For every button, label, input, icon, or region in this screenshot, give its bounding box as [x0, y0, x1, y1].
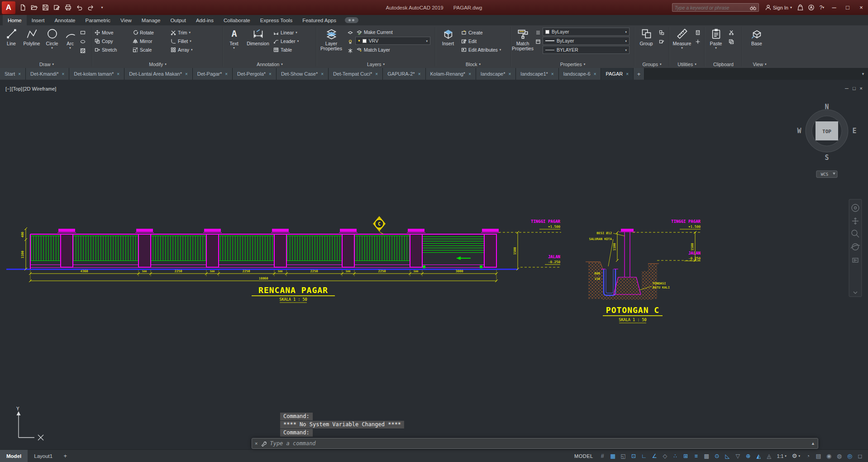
panel-label-utilities[interactable]: Utilities▾ — [670, 60, 704, 68]
file-tab-det-lantai-area-makan[interactable]: Det-Lantai Area Makan* × — [124, 68, 193, 80]
search-binoculars-icon[interactable] — [750, 5, 756, 10]
move-tool[interactable]: Move — [93, 28, 131, 37]
layer-dropdown-caret[interactable]: ▾ — [426, 39, 428, 43]
trim-caret[interactable]: ▾ — [189, 31, 191, 34]
panel-label-draw[interactable]: Draw▾ — [2, 60, 91, 68]
ribbon-tab-add-ins[interactable]: Add-ins — [191, 15, 219, 25]
new-drawing-tab-button[interactable]: + — [634, 68, 644, 80]
search-box[interactable] — [672, 3, 759, 12]
drawing-close-icon[interactable]: × — [860, 86, 863, 91]
mirror-tool[interactable]: Mirror — [131, 37, 169, 45]
plot-button[interactable] — [63, 3, 73, 13]
linear-dimension-tool[interactable]: Linear▾ — [272, 28, 314, 37]
status-toggle-clean-screen[interactable]: ◻ — [855, 451, 865, 461]
properties-palette-icon[interactable] — [534, 38, 542, 45]
create-block-tool[interactable]: Create — [460, 28, 507, 37]
file-tab-close-icon[interactable]: × — [626, 72, 629, 77]
section-callout-c[interactable]: C — [373, 216, 386, 234]
match-layer-button[interactable]: Match Layer — [355, 46, 431, 53]
layer-color-swatch[interactable] — [362, 39, 367, 43]
status-toggle-selection-filtering[interactable]: ▽ — [733, 451, 743, 461]
command-close-icon[interactable]: × — [255, 441, 258, 446]
circle-tool[interactable]: Circle ▾ — [43, 25, 62, 60]
status-toggle-ortho-mode[interactable]: ∟ — [639, 451, 649, 461]
recent-commands-icon[interactable]: ▲ — [811, 441, 815, 446]
file-tab-landscape1[interactable]: landscape1* × — [516, 68, 558, 80]
ribbon-tab-output[interactable]: Output — [165, 15, 191, 25]
status-toggle-autoscale[interactable]: ◬ — [764, 451, 774, 461]
panel-label-layers[interactable]: Layers▾ — [317, 60, 434, 68]
application-menu-button[interactable]: A — [2, 1, 15, 14]
file-tab-det-show-case[interactable]: Det-Show Case* × — [277, 68, 329, 80]
file-tab-close-icon[interactable]: × — [551, 72, 554, 77]
maximize-button[interactable]: □ — [841, 0, 854, 15]
gate-leaf[interactable] — [422, 236, 484, 254]
group-tool[interactable]: Group — [635, 25, 657, 60]
drawing-restore-icon[interactable]: □ — [853, 86, 856, 91]
file-tab-close-icon[interactable]: × — [594, 72, 596, 77]
layer-freeze-icon[interactable] — [346, 47, 354, 54]
array-tool[interactable]: Array▾ — [169, 45, 215, 54]
new-file-button[interactable] — [18, 3, 28, 13]
save-as-button[interactable] — [52, 3, 62, 13]
search-input[interactable] — [675, 5, 750, 10]
lineweight-dropdown[interactable]: ByLayer ▾ — [543, 37, 630, 45]
hatch-tool[interactable] — [79, 47, 87, 54]
table-tool[interactable]: Table — [272, 45, 314, 54]
edit-block-tool[interactable]: Edit — [460, 37, 507, 45]
model-space[interactable]: 4360 500 2250 500 2250 500 2250 500 2250… — [0, 80, 868, 449]
measure-tool[interactable]: Measure ▾ — [670, 25, 694, 60]
status-toggle-grid-display[interactable]: # — [598, 451, 607, 461]
wcs-dropdown[interactable]: WCS — [816, 171, 837, 178]
annotation-scale-button[interactable]: 1:1 ▾ — [775, 451, 789, 461]
file-tab-overflow-button[interactable]: ▾ — [858, 68, 868, 80]
viewport-menu-control[interactable]: [−] — [5, 86, 11, 91]
status-toggle-object-snap-tracking[interactable]: ∴ — [671, 451, 680, 461]
scale-tool[interactable]: Scale — [131, 45, 169, 54]
status-toggle-snap-mode[interactable]: ▦ — [608, 451, 618, 461]
status-toggle-quick-properties[interactable]: ▤ — [814, 451, 823, 461]
panel-label-annotation[interactable]: Annotation▾ — [224, 60, 315, 68]
paste-tool[interactable]: Paste ▾ — [706, 25, 726, 60]
layer-properties-button[interactable]: Layer Properties — [317, 25, 345, 60]
file-tab-close-icon[interactable]: × — [375, 72, 378, 77]
undo-button[interactable] — [74, 3, 85, 13]
command-input[interactable]: Type a command — [270, 440, 808, 447]
status-toggle-isolate-objects[interactable]: ◍ — [835, 451, 844, 461]
status-toggle-graphics-performance[interactable]: ◎ — [845, 451, 854, 461]
file-tab-close-icon[interactable]: × — [18, 72, 21, 77]
layer-off-icon[interactable] — [346, 38, 354, 45]
file-tab-det-kmandi[interactable]: Det-Kmandi* × — [26, 68, 69, 80]
fillet-tool[interactable]: Fillet▾ — [169, 37, 215, 45]
linear-caret[interactable]: ▾ — [296, 31, 297, 34]
properties-list-icon[interactable] — [534, 29, 542, 36]
infocenter-toggle[interactable] — [345, 17, 358, 23]
ribbon-tab-parametric[interactable]: Parametric — [81, 15, 116, 25]
status-toggle-selection-cycling[interactable]: ⊙ — [712, 451, 722, 461]
circle-caret[interactable]: ▾ — [51, 46, 53, 49]
file-tab-close-icon[interactable]: × — [321, 72, 324, 77]
file-tab-landscape-6[interactable]: landscape-6 × — [559, 68, 601, 80]
status-toggle-polar-tracking[interactable]: ∠ — [650, 451, 659, 461]
status-toggle-lock-ui[interactable]: ◉ — [824, 451, 834, 461]
viewcube[interactable]: TOP N W E S — [797, 103, 856, 162]
panel-label-view[interactable]: View▾ — [743, 60, 776, 68]
viewcube-south[interactable]: S — [825, 154, 829, 162]
ribbon-tab-collaborate[interactable]: Collaborate — [219, 15, 255, 25]
app-store-button[interactable] — [795, 2, 806, 13]
file-tab-close-icon[interactable]: × — [508, 72, 511, 77]
file-tab-det-kolam-taman[interactable]: Det-kolam taman* × — [69, 68, 124, 80]
rectangle-tool[interactable] — [79, 29, 87, 36]
status-toggle-object-snap[interactable]: ⊞ — [681, 451, 691, 461]
drawing-canvas[interactable]: [−] [Top] [2D Wireframe] ─ □ × — [0, 80, 868, 449]
paste-caret[interactable]: ▾ — [715, 46, 717, 49]
status-toggle-infer-constraints[interactable]: ◱ — [619, 451, 628, 461]
workspace-switching-button[interactable]: ⚙ ▾ — [790, 451, 802, 461]
copy-tool[interactable]: Copy — [93, 37, 131, 45]
ellipse-tool[interactable] — [79, 38, 87, 45]
viewcube-east[interactable]: E — [852, 127, 856, 135]
viewport-view-control[interactable]: [Top] — [12, 86, 23, 91]
file-tab-det-tempat-cuci[interactable]: Det-Tempat Cuci* × — [329, 68, 383, 80]
file-tab-kolam-renang[interactable]: Kolam-Renang* × — [426, 68, 477, 80]
linetype-dropdown[interactable]: BYLAYER ▾ — [543, 46, 630, 54]
